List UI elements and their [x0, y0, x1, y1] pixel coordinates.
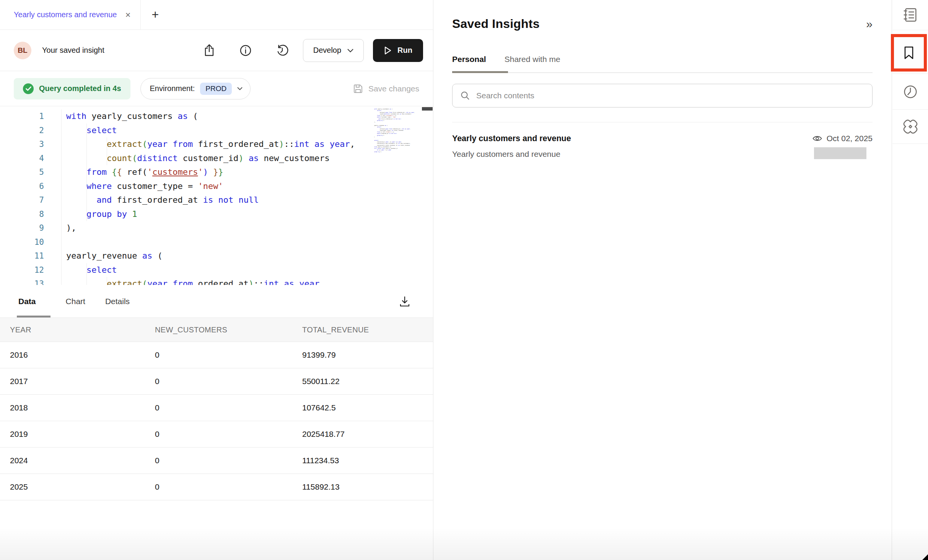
develop-button[interactable]: Develop [303, 39, 364, 62]
search-input[interactable] [476, 91, 865, 100]
insight-title: Yearly customers and revenue [452, 134, 812, 143]
app-window: Yearly customers and revenue × + BL Your… [0, 0, 928, 560]
code-line[interactable]: 7 and first_ordered_at is not null [0, 193, 433, 207]
saved-insights-tabs: Personal Shared with me [452, 55, 873, 73]
table-row: 2016091399.79 [0, 342, 433, 368]
table-row: 20240111234.53 [0, 448, 433, 474]
share-icon[interactable] [204, 44, 215, 57]
code-line[interactable]: 5 from {{ ref('customers') }} [0, 165, 433, 179]
insight-list: Yearly customers and revenueYearly custo… [452, 134, 873, 159]
tab-details[interactable]: Details [105, 297, 130, 306]
collapse-panel-icon[interactable]: » [866, 18, 873, 30]
column-header: NEW_CUSTOMERS [145, 318, 292, 342]
eye-icon [812, 135, 822, 142]
active-tab-underline [452, 71, 508, 73]
chevron-down-icon [237, 87, 243, 90]
saved-insights-panel: Saved Insights » Personal Shared with me… [434, 0, 892, 560]
code-line[interactable]: 2 select [0, 124, 433, 138]
results-table: YEARNEW_CUSTOMERSTOTAL_REVENUE 201609139… [0, 317, 433, 500]
save-icon [353, 84, 363, 94]
bookmark-button-highlighted[interactable] [891, 34, 927, 72]
code-line[interactable]: 9), [0, 221, 433, 235]
search-box[interactable] [452, 84, 873, 107]
check-icon [23, 83, 34, 94]
run-button[interactable]: Run [373, 39, 423, 62]
tab-yearly-customers-and-revenue[interactable]: Yearly customers and revenue × [0, 0, 141, 29]
table-row: 201902025418.77 [0, 421, 433, 448]
tab-personal[interactable]: Personal [452, 55, 486, 64]
column-header: TOTAL_REVENUE [292, 318, 433, 342]
code-line[interactable]: 11yearly_revenue as ( [0, 249, 433, 263]
notebook-button[interactable] [892, 0, 928, 30]
tab-chart[interactable]: Chart [66, 297, 85, 306]
insight-title: Your saved insight [42, 46, 104, 55]
code-line[interactable]: 6 where customer_type = 'new' [0, 179, 433, 194]
tab-data[interactable]: Data [18, 297, 36, 306]
tab-title: Yearly customers and revenue [14, 10, 117, 19]
results-header-row: YEARNEW_CUSTOMERSTOTAL_REVENUE [0, 318, 433, 342]
column-header: YEAR [0, 318, 145, 342]
code-line[interactable]: 1with yearly_customers as ( [0, 109, 433, 124]
history-icon[interactable] [276, 44, 288, 57]
new-tab-button[interactable]: + [141, 0, 169, 29]
close-icon[interactable]: × [125, 10, 130, 20]
insight-subtitle: Yearly customers and revenue [452, 150, 812, 159]
play-icon [384, 46, 392, 55]
table-row: 20250115892.13 [0, 474, 433, 500]
code-line[interactable]: 10 [0, 235, 433, 249]
history-clock-icon [902, 84, 918, 100]
sql-editor[interactable]: 1with yearly_customers as (2 select3 ext… [0, 106, 433, 285]
divider [452, 122, 873, 122]
editor-scrollbar[interactable] [422, 107, 433, 111]
history-button[interactable] [892, 74, 928, 110]
insight-date: Oct 02, 2025 [812, 134, 873, 143]
code-area[interactable]: 1with yearly_customers as (2 select3 ext… [0, 109, 433, 285]
avatar: BL [14, 42, 31, 59]
table-row: 20180107642.5 [0, 395, 433, 421]
code-line[interactable]: 13 extract(year from ordered_at)::int as… [0, 277, 433, 285]
query-status-badge: Query completed in 4s [14, 78, 130, 99]
notebook-icon [902, 7, 918, 23]
code-line[interactable]: 3 extract(year from first_ordered_at)::i… [0, 137, 433, 151]
table-row: 20170550011.22 [0, 368, 433, 395]
code-line[interactable]: 12 select [0, 263, 433, 277]
status-bar: Query completed in 4s Environment: PROD … [0, 71, 433, 106]
environment-select[interactable]: Environment: PROD [140, 78, 251, 99]
results-panel: Data Chart Details YEARNEW_CUSTOMERSTOTA… [0, 285, 433, 500]
tab-shared-with-me[interactable]: Shared with me [505, 55, 560, 64]
tab-bar: Yearly customers and revenue × + [0, 0, 433, 30]
query-panel: Yearly customers and revenue × + BL Your… [0, 0, 433, 560]
results-tab-bar: Data Chart Details [0, 285, 433, 317]
active-tab-underline [17, 316, 50, 317]
page-title: Saved Insights [452, 17, 540, 31]
bookmark-icon [902, 45, 916, 60]
save-changes-button[interactable]: Save changes [353, 84, 419, 94]
code-line[interactable]: 4 count(distinct customer_id) as new_cus… [0, 151, 433, 166]
search-icon [460, 91, 470, 101]
insight-toolbar: BL Your saved insight [0, 30, 433, 71]
code-line[interactable]: 8 group by 1 [0, 207, 433, 221]
info-icon[interactable] [239, 44, 252, 57]
insight-list-item[interactable]: Yearly customers and revenueYearly custo… [452, 134, 873, 159]
skeleton-placeholder [814, 147, 866, 159]
editor-minimap[interactable]: with yearly_customers as ( select extrac… [374, 108, 423, 153]
dbt-logo-icon [902, 118, 919, 135]
download-icon[interactable] [399, 295, 411, 308]
chevron-down-icon [347, 49, 353, 52]
dbt-button[interactable] [892, 110, 928, 144]
environment-value-chip: PROD [200, 83, 232, 95]
corner-artifact [922, 554, 928, 560]
right-icon-rail [892, 0, 928, 560]
